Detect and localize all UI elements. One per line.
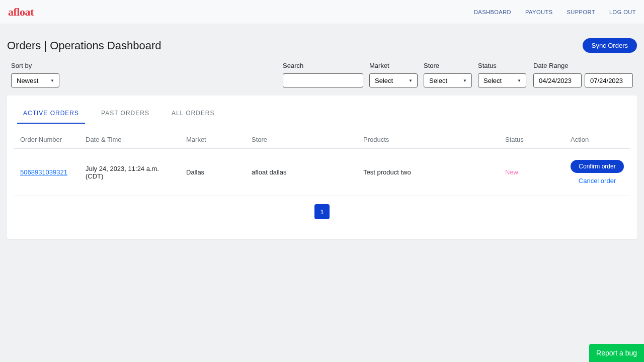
market-label: Market (369, 62, 418, 69)
tab-past-orders[interactable]: PAST ORDERS (95, 106, 155, 124)
store-select[interactable]: Select (424, 73, 472, 87)
orders-card: ACTIVE ORDERS PAST ORDERS ALL ORDERS Ord… (7, 96, 637, 239)
logo: afloat (8, 6, 34, 19)
cell-products: Test product two (357, 149, 499, 196)
tab-list: ACTIVE ORDERS PAST ORDERS ALL ORDERS (7, 96, 637, 124)
sort-by-label: Sort by (11, 62, 59, 69)
orders-table-container: Order Number Date & Time Market Store Pr… (7, 124, 637, 239)
cancel-order-button[interactable]: Cancel order (579, 177, 616, 185)
date-range-label: Date Range (533, 62, 633, 69)
cell-store: afloat dallas (246, 149, 357, 196)
order-number-link[interactable]: 5068931039321 (20, 168, 67, 176)
page-title: Orders | Operations Dashboard (7, 39, 162, 52)
date-from-input[interactable] (533, 73, 582, 87)
col-datetime: Date & Time (79, 131, 180, 149)
confirm-order-button[interactable]: Confirm order (571, 160, 623, 173)
cell-market: Dallas (180, 149, 246, 196)
nav-support[interactable]: SUPPORT (567, 9, 595, 15)
tab-active-orders[interactable]: ACTIVE ORDERS (17, 106, 85, 124)
sync-orders-button[interactable]: Sync Orders (583, 38, 637, 53)
table-row: 5068931039321 July 24, 2023, 11:24 a.m. … (14, 149, 630, 196)
col-status: Status (499, 131, 565, 149)
main-nav: DASHBOARD PAYOUTS SUPPORT LOG OUT (474, 9, 636, 15)
status-label: Status (478, 62, 526, 69)
page-header: Orders | Operations Dashboard Sync Order… (0, 24, 644, 62)
status-select[interactable]: Select (478, 73, 526, 87)
orders-table: Order Number Date & Time Market Store Pr… (14, 131, 630, 196)
sort-by-select[interactable]: Newest (11, 73, 59, 87)
date-to-input[interactable] (585, 73, 633, 87)
col-market: Market (180, 131, 246, 149)
col-order-number: Order Number (14, 131, 79, 149)
nav-dashboard[interactable]: DASHBOARD (474, 9, 511, 15)
nav-logout[interactable]: LOG OUT (609, 9, 636, 15)
pagination: 1 (14, 196, 630, 229)
search-label: Search (283, 62, 363, 69)
status-badge: New (505, 168, 518, 176)
col-store: Store (246, 131, 357, 149)
filter-bar: Sort by Newest Search Market Select Stor… (0, 62, 644, 96)
cell-datetime: July 24, 2023, 11:24 a.m. (CDT) (79, 149, 180, 196)
search-input[interactable] (283, 73, 363, 87)
store-label: Store (424, 62, 472, 69)
tab-all-orders[interactable]: ALL ORDERS (166, 106, 221, 124)
report-bug-button[interactable]: Report a bug (589, 344, 644, 362)
nav-payouts[interactable]: PAYOUTS (525, 9, 552, 15)
page-1-button[interactable]: 1 (314, 204, 330, 219)
header: afloat DASHBOARD PAYOUTS SUPPORT LOG OUT (0, 0, 644, 24)
market-select[interactable]: Select (369, 73, 418, 87)
col-action: Action (565, 131, 630, 149)
col-products: Products (357, 131, 499, 149)
